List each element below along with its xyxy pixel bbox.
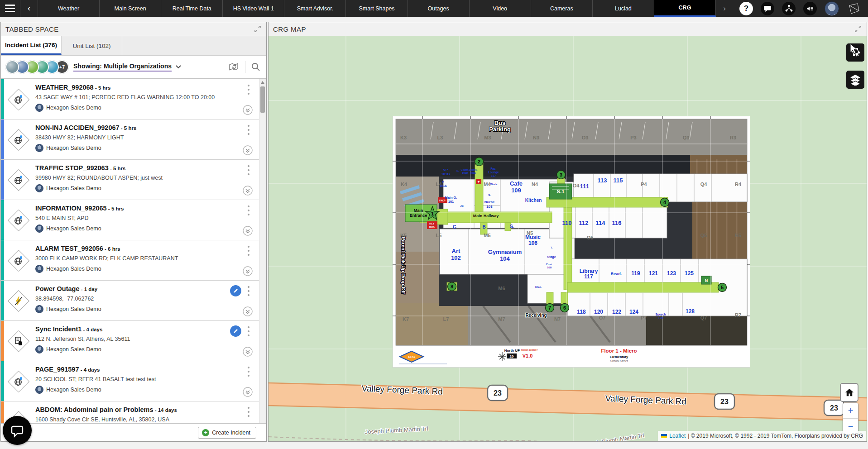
route-marker-2[interactable]: 2 <box>475 158 484 166</box>
incident-age: - 4 days <box>82 327 102 332</box>
row-expand-button[interactable] <box>242 225 253 236</box>
incident-row[interactable]: NON-INJ ACCIDEN_992067 - 5 hrs 38430 HWY… <box>1 119 260 160</box>
incident-row[interactable]: TRAFFIC STOP_992063 - 5 hrs 39980 HWY 82… <box>1 160 260 200</box>
incident-row[interactable]: PAGE_991597 - 4 days 20 SCHOOL ST; RFFR … <box>1 361 260 401</box>
org-seal-icon <box>35 104 43 112</box>
floorplan-label: Main <box>414 208 423 213</box>
home-button[interactable] <box>840 383 858 402</box>
chevron-left-icon[interactable]: ‹ <box>20 0 38 17</box>
org-seal-icon <box>35 184 43 192</box>
incident-row[interactable]: ABDOM: Abdominal pain or Problems - 14 d… <box>1 401 260 424</box>
scroll-up-icon[interactable] <box>261 81 264 84</box>
row-expand-button[interactable] <box>242 387 253 397</box>
row-menu-button[interactable] <box>245 286 252 301</box>
organization-avatar-stack[interactable]: +7 <box>5 60 69 74</box>
nav-tab-main-screen[interactable]: Main Screen <box>100 0 161 17</box>
route-marker-8[interactable]: 8 <box>448 282 456 291</box>
row-menu-button[interactable] <box>245 326 252 342</box>
chevron-right-icon[interactable]: › <box>716 0 733 17</box>
nav-tab-hs-video-wall-1[interactable]: HS Video Wall 1 <box>223 0 284 17</box>
floorplan-label: L7 <box>443 316 449 322</box>
row-expand-button[interactable] <box>242 105 253 115</box>
edit-incident-button[interactable] <box>230 285 241 296</box>
hamburger-menu-icon[interactable] <box>0 0 20 17</box>
leaflet-link[interactable]: Leaflet <box>669 433 686 439</box>
polygon-select-tool[interactable] <box>846 43 864 62</box>
incident-row[interactable]: Sync Incident1 - 4 days 112 N. Jefferson… <box>1 321 260 361</box>
incident-list-scrollbar[interactable] <box>259 79 266 424</box>
expand-panel-icon[interactable] <box>854 25 862 33</box>
map-sync-icon[interactable] <box>229 62 240 72</box>
nav-tab-crg[interactable]: CRG <box>654 0 716 17</box>
floorplan-label: 108 <box>547 266 552 269</box>
tab-unit-list[interactable]: Unit List (102) <box>62 36 122 55</box>
row-menu-button[interactable] <box>245 165 252 181</box>
expand-panel-icon[interactable] <box>254 25 262 33</box>
announcements-icon[interactable] <box>803 2 817 15</box>
nav-tab-weather[interactable]: Weather <box>38 0 100 17</box>
floorplan-label: Music <box>525 234 541 240</box>
route-marker-6[interactable]: 6 <box>561 304 569 312</box>
incident-age: - 5 hrs <box>94 85 111 91</box>
row-expand-button[interactable] <box>242 266 253 277</box>
create-incident-button[interactable]: + Create Incident <box>198 427 256 439</box>
nav-tab-real-time-data[interactable]: Real Time Data <box>161 0 223 17</box>
wireframe-model-icon[interactable] <box>847 2 860 15</box>
incident-row[interactable]: WEATHER_992068 - 5 hrs 43 SAGE WAY # 101… <box>1 79 260 119</box>
nav-tab-video[interactable]: Video <box>470 0 531 17</box>
svg-text:8: 8 <box>451 284 453 289</box>
zoom-in-button[interactable]: + <box>843 403 858 419</box>
top-navigation-bar: ‹ WeatherMain ScreenReal Time DataHS Vid… <box>0 0 868 17</box>
route-marker-3[interactable]: 3 <box>557 171 566 179</box>
route-marker-7[interactable]: 7 <box>546 304 554 312</box>
row-menu-button[interactable] <box>245 407 252 422</box>
chevron-down-icon[interactable] <box>175 65 182 69</box>
row-menu-button[interactable] <box>245 246 252 261</box>
school-floorplan[interactable]: CRG North UP 20 Version control # V1.0 F… <box>393 116 750 368</box>
help-icon[interactable]: ? <box>739 2 753 15</box>
svg-text:1: 1 <box>431 211 434 216</box>
svg-text:23: 23 <box>494 389 502 397</box>
route-marker-5[interactable]: 5 <box>718 283 727 292</box>
dispatch-network-icon[interactable] <box>782 2 796 15</box>
floorplan-label: 103 <box>486 205 493 209</box>
row-menu-button[interactable] <box>245 205 252 221</box>
incident-priority-bar <box>1 240 4 280</box>
floorplan-label: M7 <box>498 316 505 322</box>
org-seal-icon[interactable] <box>825 1 839 16</box>
nav-tab-outages[interactable]: Outages <box>408 0 470 17</box>
incident-row[interactable]: ALARM TEST_992056 - 6 hrs 3000 ELK CAMP … <box>1 240 260 281</box>
row-menu-button[interactable] <box>245 367 252 382</box>
scrollbar-thumb[interactable] <box>260 86 265 113</box>
floorplan-label: M3 <box>484 135 491 140</box>
floorplan-label: Parking <box>489 126 511 133</box>
route-shield: 23 <box>488 385 508 401</box>
row-expand-button[interactable] <box>242 185 253 196</box>
nav-tab-cameras[interactable]: Cameras <box>531 0 593 17</box>
row-expand-button[interactable] <box>242 346 253 357</box>
edit-incident-button[interactable] <box>230 325 241 337</box>
nav-tab-smart-shapes[interactable]: Smart Shapes <box>346 0 408 17</box>
tab-incident-list[interactable]: Incident List (376) <box>1 36 62 55</box>
chat-icon[interactable] <box>761 2 774 15</box>
layers-icon[interactable] <box>846 71 864 89</box>
incident-row[interactable]: Power Outage - 1 day 38.894598, -77.0627… <box>1 281 260 321</box>
incident-title: INFORMATION_992065 <box>35 205 107 212</box>
organization-filter-dropdown[interactable]: Showing: Multiple Organizations <box>73 62 172 72</box>
nav-tab-luciad[interactable]: Luciad <box>593 0 654 17</box>
map-canvas[interactable]: Valley Forge Park Rd Valley Forge Park R… <box>269 36 867 441</box>
floorplan-label: 113 <box>598 177 607 184</box>
route-marker-4[interactable]: 4 <box>661 198 669 207</box>
floorplan-label: Main O. <box>445 196 457 200</box>
floorplan-label: K3 <box>400 135 407 140</box>
search-icon[interactable] <box>251 62 261 72</box>
home-icon <box>844 388 854 397</box>
row-expand-button[interactable] <box>242 306 253 317</box>
nav-tab-smart-advisor-[interactable]: Smart Advisor. <box>284 0 346 17</box>
svg-text:4: 4 <box>663 200 667 205</box>
row-expand-button[interactable] <box>242 145 253 156</box>
row-menu-button[interactable] <box>245 85 252 100</box>
chat-fab-button[interactable] <box>3 416 32 445</box>
row-menu-button[interactable] <box>245 125 252 140</box>
incident-row[interactable]: INFORMATION_992065 - 5 hrs 540 E MAIN ST… <box>1 200 260 240</box>
